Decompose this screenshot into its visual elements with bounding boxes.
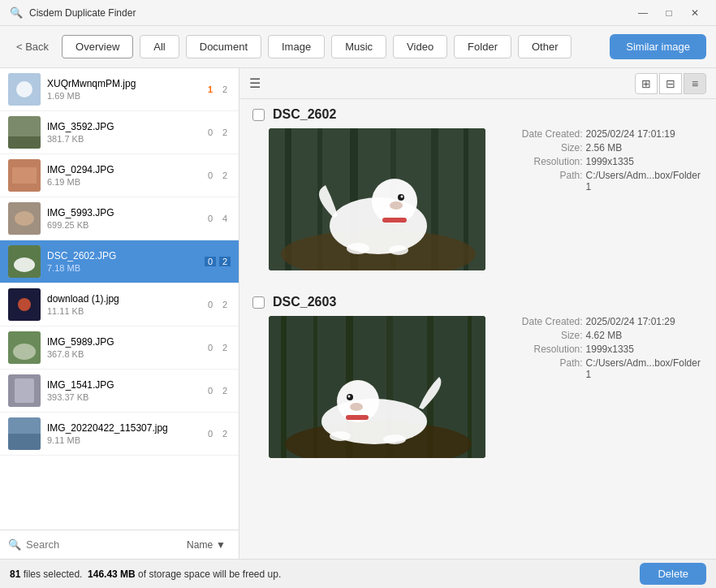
toolbar: < Back Overview All Document Image Music…	[0, 26, 716, 68]
file-badges: 0 2	[205, 343, 231, 352]
file-thumbnail	[8, 159, 41, 192]
svg-point-31	[401, 196, 403, 198]
tab-folder[interactable]: Folder	[454, 35, 511, 58]
file-info: IMG_5993.JPG 699.25 KB	[47, 207, 198, 230]
file-size: 7.18 MB	[47, 263, 198, 273]
list-item[interactable]: IMG_5993.JPG 699.25 KB 0 4	[0, 197, 239, 240]
meta-value-size: 4.62 MB	[586, 330, 623, 341]
list-item[interactable]: IMG_20220422_115307.jpg 9.11 MB 0 2	[0, 413, 239, 456]
badge-1: 0	[205, 300, 216, 309]
tab-all[interactable]: All	[140, 35, 179, 58]
tab-music[interactable]: Music	[331, 35, 386, 58]
svg-rect-52	[346, 415, 369, 420]
search-input[interactable]	[26, 538, 177, 551]
svg-rect-5	[12, 167, 37, 184]
badge-1: 0	[205, 214, 216, 223]
file-info: IMG_0294.JPG 6.19 MB	[47, 164, 198, 187]
view-grid-button[interactable]: ⊞	[635, 73, 658, 94]
list-item[interactable]: IMG_1541.JPG 393.37 KB 0 2	[0, 370, 239, 413]
detail-filename: DSC_2603	[273, 295, 336, 309]
main-area: XUQrMwnqmPM.jpg 1.69 MB 1 2 IMG_3592.JPG…	[0, 68, 716, 559]
tab-other[interactable]: Other	[518, 35, 572, 58]
detail-meta: Date Created: 2025/02/24 17:01:19 Size: …	[518, 128, 706, 195]
file-badges: 0 2	[205, 171, 231, 180]
svg-point-49	[350, 403, 363, 411]
filter-icon: ☰	[249, 76, 261, 91]
file-badges: 0 2	[205, 128, 231, 137]
meta-label-size: Size:	[518, 142, 583, 153]
svg-rect-16	[15, 378, 34, 403]
detail-checkbox[interactable]	[252, 109, 265, 121]
meta-label-date: Date Created:	[518, 316, 583, 327]
file-size: 6.19 MB	[47, 177, 198, 187]
badge-1: 0	[205, 429, 216, 439]
file-thumbnail	[8, 116, 41, 149]
back-button[interactable]: < Back	[10, 37, 55, 56]
svg-point-34	[389, 245, 408, 255]
detail-scroll[interactable]: DSC_2602	[239, 99, 716, 559]
list-item[interactable]: download (1).jpg 11.11 KB 0 2	[0, 283, 239, 326]
sort-dropdown[interactable]: Name ▼	[182, 537, 231, 553]
similar-image-button[interactable]: Similar image	[610, 34, 706, 59]
view-multi-button[interactable]: ⊟	[659, 73, 682, 94]
badge-2: 2	[219, 429, 231, 439]
file-info: IMG_1541.JPG 393.37 KB	[47, 379, 198, 402]
tab-video[interactable]: Video	[393, 35, 447, 58]
list-item[interactable]: DSC_2602.JPG 7.18 MB 0 2	[0, 240, 239, 283]
badge-1: 1	[205, 84, 216, 94]
file-size: 367.8 KB	[47, 349, 198, 359]
chevron-down-icon: ▼	[216, 539, 226, 551]
file-name: IMG_20220422_115307.jpg	[47, 422, 198, 434]
sort-label: Name	[187, 539, 213, 551]
tab-document[interactable]: Document	[186, 35, 261, 58]
file-size: 9.11 MB	[47, 435, 198, 445]
tab-image[interactable]: Image	[268, 35, 325, 58]
svg-point-12	[18, 298, 31, 311]
status-text: 81 files selected. 146.43 MB of storage …	[10, 569, 281, 580]
file-thumbnail	[8, 202, 41, 235]
statusbar: 81 files selected. 146.43 MB of storage …	[0, 559, 716, 588]
close-button[interactable]: ✕	[684, 3, 706, 23]
file-name: IMG_0294.JPG	[47, 164, 198, 175]
list-item[interactable]: IMG_0294.JPG 6.19 MB 0 2	[0, 154, 239, 197]
badge-2: 4	[219, 214, 231, 223]
file-list: XUQrMwnqmPM.jpg 1.69 MB 1 2 IMG_3592.JPG…	[0, 68, 239, 530]
meta-label-date: Date Created:	[518, 128, 583, 140]
badge-1: 0	[205, 171, 216, 180]
detail-card: DSC_2603	[249, 295, 706, 466]
app-icon: 🔍	[10, 6, 23, 19]
svg-point-7	[15, 211, 34, 226]
file-badges: 1 2	[205, 84, 231, 94]
list-item[interactable]: IMG_3592.JPG 381.7 KB 0 2	[0, 111, 239, 154]
detail-checkbox[interactable]	[252, 296, 265, 309]
list-item[interactable]: IMG_5989.JPG 367.8 KB 0 2	[0, 326, 239, 370]
meta-row: Path: C:/Users/Adm...box/Folder 1	[518, 170, 706, 192]
meta-row: Path: C:/Users/Adm...box/Folder 1	[518, 357, 706, 380]
file-name: download (1).jpg	[47, 293, 198, 305]
view-list-button[interactable]: ≡	[684, 73, 706, 94]
search-icon: 🔍	[8, 538, 21, 551]
badge-2: 2	[219, 300, 231, 309]
file-name: IMG_5993.JPG	[47, 207, 198, 218]
meta-value-size: 2.56 MB	[586, 142, 623, 153]
minimize-button[interactable]: —	[632, 3, 654, 23]
file-info: IMG_3592.JPG 381.7 KB	[47, 121, 198, 144]
search-bar: 🔍 Name ▼	[0, 530, 239, 559]
file-name: IMG_5989.JPG	[47, 336, 198, 348]
badge-2: 2	[219, 386, 231, 396]
file-thumbnail	[8, 245, 41, 278]
file-size: 393.37 KB	[47, 392, 198, 402]
delete-button[interactable]: Delete	[640, 563, 706, 585]
badge-2: 2	[219, 257, 231, 266]
maximize-button[interactable]: □	[658, 3, 680, 23]
file-info: IMG_5989.JPG 367.8 KB	[47, 336, 198, 359]
svg-point-50	[330, 431, 351, 441]
badge-2: 2	[219, 84, 231, 94]
list-item[interactable]: XUQrMwnqmPM.jpg 1.69 MB 1 2	[0, 68, 239, 111]
svg-point-9	[14, 257, 35, 272]
meta-value-path: C:/Users/Adm...box/Folder 1	[586, 357, 706, 380]
file-size: 11.11 KB	[47, 306, 198, 316]
svg-point-14	[13, 344, 36, 360]
tab-overview[interactable]: Overview	[62, 35, 133, 58]
svg-rect-18	[8, 434, 41, 450]
